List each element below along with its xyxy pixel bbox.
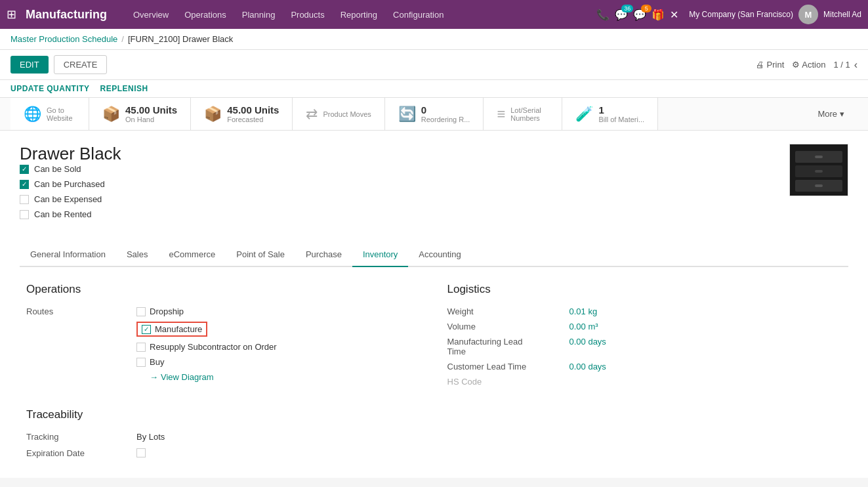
edit-button[interactable]: EDIT: [10, 56, 49, 74]
nav-products[interactable]: Products: [284, 7, 331, 22]
smart-btn-reordering[interactable]: 🔄 0 Reordering R...: [385, 98, 484, 130]
replenish-button[interactable]: REPLENISH: [100, 84, 148, 93]
tab-general[interactable]: General Information: [20, 243, 116, 267]
user-name: Mitchell Ad: [823, 10, 861, 19]
breadcrumb-current: [FURN_2100] Drawer Black: [128, 34, 233, 44]
on-hand-icon: 📦: [102, 106, 120, 123]
nav-operations[interactable]: Operations: [178, 7, 233, 22]
more-button[interactable]: More ▾: [804, 98, 858, 130]
logistics-volume: Volume 0.00 m³: [447, 322, 842, 331]
tracking-value: By Lots: [136, 432, 165, 442]
bom-label: Bill of Materi...: [598, 116, 644, 123]
nav-right: 📞 💬 36 💬 5 🎁 ✕ My Company (San Francisco…: [596, 5, 861, 24]
company-name: My Company (San Francisco): [689, 10, 793, 19]
messages-icon[interactable]: 💬 5: [633, 9, 646, 21]
weight-label: Weight: [447, 307, 559, 316]
smart-btn-on-hand[interactable]: 📦 45.00 Units On Hand: [89, 98, 191, 130]
customer-lead-label: Customer Lead Time: [447, 362, 559, 371]
smart-btn-product-moves[interactable]: ⇄ Product Moves: [293, 98, 384, 130]
tabs-bar: General Information Sales eCommerce Poin…: [20, 243, 848, 267]
smart-btn-forecasted[interactable]: 📦 45.00 Units Forecasted: [191, 98, 293, 130]
forecasted-icon: 📦: [204, 106, 222, 123]
smart-btn-bom[interactable]: 🧪 1 Bill of Materi...: [562, 98, 658, 130]
user-avatar[interactable]: M: [798, 5, 818, 24]
phone-icon[interactable]: 📞: [596, 9, 610, 21]
view-diagram-link[interactable]: View Diagram: [150, 372, 277, 382]
mfg-lead-label: Manufacturing LeadTime: [447, 337, 559, 356]
expiration-field: Expiration Date: [26, 448, 842, 458]
expiration-checkbox[interactable]: [136, 448, 146, 457]
close-icon[interactable]: ✕: [670, 9, 678, 21]
logistics-hs-code: HS Code: [447, 377, 842, 387]
tab-ecommerce[interactable]: eCommerce: [158, 243, 226, 267]
messages-badge: 5: [641, 5, 651, 12]
nav-configuration[interactable]: Configuration: [386, 7, 450, 22]
dropship-label: Dropship: [150, 307, 184, 316]
can-be-expensed-checkbox[interactable]: [20, 195, 29, 204]
forecasted-num: 45.00 Units: [227, 104, 279, 116]
smart-btn-website[interactable]: 🌐 Go toWebsite: [10, 98, 89, 130]
customer-lead-value: 0.00 days: [569, 362, 606, 371]
resupply-label: Resupply Subcontractor on Order: [150, 342, 277, 352]
product-title: Drawer Black: [20, 144, 121, 164]
nav-reporting[interactable]: Reporting: [334, 7, 384, 22]
buy-label: Buy: [150, 357, 164, 367]
top-navigation: ⊞ Manufacturing Overview Operations Plan…: [0, 0, 868, 29]
expiration-label: Expiration Date: [26, 448, 131, 458]
can-be-purchased-label: Can be Purchased: [34, 179, 105, 189]
reordering-label: Reordering R...: [421, 116, 470, 123]
mfg-lead-value: 0.00 days: [569, 337, 606, 356]
nav-menu: Overview Operations Planning Products Re…: [127, 7, 590, 22]
route-manufacture: Manufacture: [136, 322, 277, 337]
secondary-bar: UPDATE QUANTITY REPLENISH: [0, 80, 868, 98]
route-buy: Buy: [136, 357, 277, 367]
tab-inventory[interactable]: Inventory: [352, 243, 408, 267]
volume-value: 0.00 m³: [569, 322, 598, 331]
traceability-title: Traceability: [26, 408, 842, 421]
forecasted-label: Forecasted: [227, 116, 279, 123]
tab-content: Operations Routes Dropship Manufacture: [20, 283, 848, 389]
tab-sales[interactable]: Sales: [116, 243, 159, 267]
product-image-svg: [790, 144, 848, 196]
routes-label: Routes: [26, 307, 131, 316]
website-label: Go toWebsite: [47, 106, 73, 122]
svg-rect-6: [815, 184, 823, 187]
manufacture-highlighted-box: Manufacture: [136, 322, 207, 337]
tab-accounting[interactable]: Accounting: [408, 243, 471, 267]
action-button[interactable]: ⚙ Action: [792, 60, 825, 70]
dropship-checkbox[interactable]: [136, 307, 146, 316]
can-be-rented-checkbox[interactable]: [20, 210, 29, 219]
buy-checkbox[interactable]: [136, 358, 146, 367]
product-header: Drawer Black Can be Sold Can be Purchase…: [20, 144, 848, 232]
website-icon: 🌐: [24, 106, 41, 123]
checkbox-expensed: Can be Expensed: [20, 194, 121, 204]
action-bar: EDIT CREATE 🖨 Print ⚙ Action 1 / 1 ‹: [0, 50, 868, 80]
tracking-label: Tracking: [26, 432, 131, 442]
breadcrumb-parent[interactable]: Master Production Schedule: [10, 34, 117, 44]
tab-purchase[interactable]: Purchase: [295, 243, 352, 267]
grid-icon[interactable]: ⊞: [7, 7, 16, 22]
route-resupply: Resupply Subcontractor on Order: [136, 342, 277, 352]
smart-btn-lot-serial[interactable]: ≡ Lot/SerialNumbers: [484, 98, 562, 130]
update-quantity-button[interactable]: UPDATE QUANTITY: [10, 84, 90, 93]
can-be-purchased-checkbox[interactable]: [20, 180, 29, 189]
gift-icon[interactable]: 🎁: [651, 9, 665, 21]
nav-overview[interactable]: Overview: [127, 7, 175, 22]
checkbox-purchased: Can be Purchased: [20, 179, 121, 189]
chat-badge: 36: [621, 5, 633, 12]
manufacture-checkbox[interactable]: [142, 325, 151, 334]
routes-list: Dropship Manufacture Resupply Subcontrac…: [136, 307, 277, 382]
volume-label: Volume: [447, 322, 559, 331]
chat-icon[interactable]: 💬 36: [615, 9, 628, 21]
pagination-prev[interactable]: ‹: [854, 59, 858, 71]
can-be-sold-checkbox[interactable]: [20, 165, 29, 174]
product-checkboxes: Can be Sold Can be Purchased Can be Expe…: [20, 164, 121, 219]
create-button[interactable]: CREATE: [54, 55, 108, 74]
logistics-title: Logistics: [447, 283, 842, 296]
tab-pos[interactable]: Point of Sale: [226, 243, 295, 267]
nav-planning[interactable]: Planning: [236, 7, 282, 22]
print-button[interactable]: 🖨 Print: [756, 60, 784, 70]
resupply-checkbox[interactable]: [136, 343, 146, 352]
bom-icon: 🧪: [575, 106, 593, 123]
operations-column: Operations Routes Dropship Manufacture: [26, 283, 421, 389]
